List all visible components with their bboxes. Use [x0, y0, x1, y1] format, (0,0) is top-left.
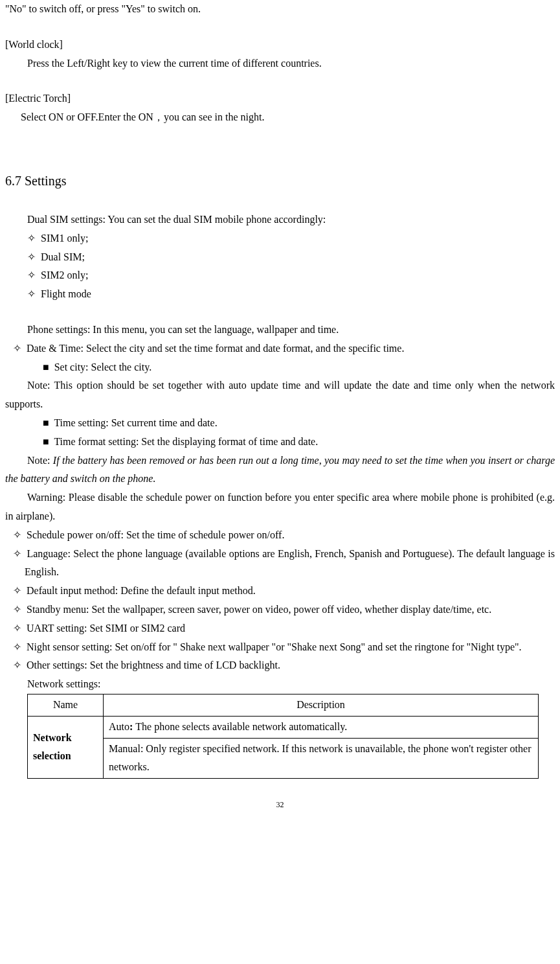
table-cell-auto: Auto: The phone selects available networ…	[104, 716, 539, 738]
list-text: Other settings: Set the brightness and t…	[27, 660, 280, 671]
list-text: Time setting: Set current time and date.	[54, 417, 217, 428]
table-header-desc: Description	[104, 694, 539, 716]
diamond-icon: ✧	[27, 251, 36, 262]
table-row: Name Description	[28, 694, 539, 716]
list-text: Night sensor setting: Set on/off for " S…	[27, 641, 522, 652]
list-item: ✧ Night sensor setting: Set on/off for "…	[5, 638, 555, 657]
diamond-icon: ✧	[27, 270, 36, 281]
sub-list-item: ■ Set city: Select the city.	[5, 358, 555, 377]
square-icon: ■	[43, 417, 49, 428]
page-number: 32	[5, 798, 555, 812]
diamond-icon: ✧	[13, 641, 21, 652]
sub-list-item: ■ Time format setting: Set the displayin…	[5, 433, 555, 452]
auto-rest: The phone selects available network auto…	[135, 721, 347, 732]
dual-sim-intro: Dual SIM settings: You can set the dual …	[5, 211, 555, 229]
electric-torch-body: Select ON or OFF.Enter the ON，you can se…	[5, 108, 555, 127]
diamond-icon: ✧	[13, 623, 21, 634]
list-item: ✧ Flight mode	[5, 285, 555, 304]
list-text: Set city: Select the city.	[54, 362, 151, 373]
table-header-name: Name	[28, 694, 104, 716]
list-item: ✧ SIM2 only;	[5, 266, 555, 285]
sub-list-item: ■ Time setting: Set current time and dat…	[5, 414, 555, 433]
list-text: Standby menu: Set the wallpaper, screen …	[27, 604, 491, 615]
table-cell-network-selection: Network selection	[28, 716, 104, 778]
note-text: Note: This option should be set together…	[5, 376, 555, 414]
table-cell-manual: Manual: Only register specified network.…	[104, 738, 539, 779]
section-heading: 6.7 Settings	[5, 169, 555, 192]
square-icon: ■	[43, 362, 49, 373]
note-battery: Note: If the battery has been removed or…	[5, 452, 555, 489]
world-clock-header: [World clock]	[5, 36, 555, 54]
list-item: ✧ Other settings: Set the brightness and…	[5, 656, 555, 675]
network-table: Name Description Network selection Auto:…	[27, 694, 539, 779]
auto-lead: Auto	[109, 721, 129, 732]
list-item: ✧ Schedule power on/off: Set the time of…	[5, 526, 555, 545]
list-text: Language: Select the phone language (ava…	[25, 548, 555, 578]
network-settings-label: Network settings:	[5, 675, 555, 694]
warning-text: Warning: Please disable the schedule pow…	[5, 488, 555, 526]
list-text: Flight mode	[41, 288, 91, 299]
table-row: Manual: Only register specified network.…	[28, 738, 539, 779]
list-item: ✧ Dual SIM;	[5, 248, 555, 267]
diamond-icon: ✧	[13, 343, 21, 354]
list-text: Schedule power on/off: Set the time of s…	[27, 529, 284, 540]
list-text: Default input method: Define the default…	[27, 585, 256, 596]
diamond-icon: ✧	[13, 585, 21, 596]
list-text: SIM2 only;	[41, 270, 88, 281]
electric-torch-header: [Electric Torch]	[5, 89, 555, 108]
list-item: ✧ SIM1 only;	[5, 229, 555, 248]
world-clock-body: Press the Left/Right key to view the cur…	[5, 54, 555, 73]
list-text: UART setting: Set SIMI or SIM2 card	[27, 623, 185, 634]
diamond-icon: ✧	[13, 548, 21, 559]
diamond-icon: ✧	[13, 529, 21, 540]
list-text: Date & Time: Select the city and set the…	[27, 343, 404, 354]
note-lead: Note:	[27, 455, 53, 466]
phone-settings-intro: Phone settings: In this menu, you can se…	[5, 321, 555, 339]
list-text: SIM1 only;	[41, 233, 88, 244]
table-row: Network selection Auto: The phone select…	[28, 716, 539, 738]
list-item: ✧ Date & Time: Select the city and set t…	[5, 339, 555, 358]
diamond-icon: ✧	[27, 288, 36, 299]
note-italic: If the battery has been removed or has b…	[5, 455, 555, 485]
list-item: ✧ Language: Select the phone language (a…	[5, 545, 555, 582]
list-text: Dual SIM;	[41, 251, 85, 262]
list-item: ✧ Default input method: Define the defau…	[5, 582, 555, 601]
list-item: ✧ UART setting: Set SIMI or SIM2 card	[5, 619, 555, 638]
list-text: Time format setting: Set the displaying …	[54, 436, 318, 447]
diamond-icon: ✧	[27, 233, 36, 244]
list-item: ✧ Standby menu: Set the wallpaper, scree…	[5, 601, 555, 619]
diamond-icon: ✧	[13, 660, 21, 671]
diamond-icon: ✧	[13, 604, 21, 615]
auto-colon: :	[129, 721, 135, 732]
square-icon: ■	[43, 436, 49, 447]
intro-text: "No" to switch off, or press "Yes" to sw…	[5, 0, 555, 19]
